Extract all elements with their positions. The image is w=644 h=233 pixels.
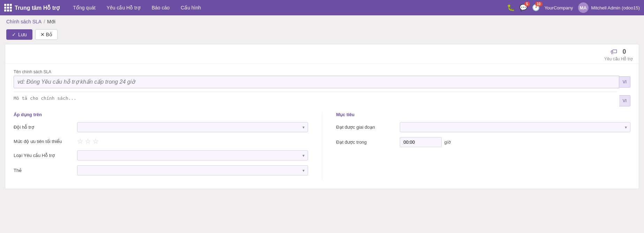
team-label: Đội hỗ trợ — [14, 125, 73, 130]
toolbar: ✓ Lưu ✕ Bỏ — [0, 28, 644, 44]
team-select-wrapper — [77, 122, 308, 132]
priority-field-row: Mức độ ưu tiên tối thiểu ☆ ☆ ☆ — [14, 137, 308, 145]
ticket-count-btn[interactable]: 🏷 0 Yêu cầu Hỗ trợ — [604, 48, 632, 61]
team-field-row: Đội hỗ trợ — [14, 122, 308, 132]
name-input-wrap — [14, 76, 619, 88]
bug-icon: 🐛 — [507, 4, 515, 11]
save-button[interactable]: ✓ Lưu — [6, 29, 32, 40]
reach-in-field: giờ — [400, 137, 631, 147]
priority-label: Mức độ ưu tiên tối thiểu — [14, 139, 73, 144]
discard-button[interactable]: ✕ Bỏ — [35, 29, 58, 40]
card-header: 🏷 0 Yêu cầu Hỗ trợ — [5, 44, 639, 64]
ticket-count-number: 0 — [622, 48, 626, 55]
reach-in-input[interactable] — [400, 137, 442, 147]
ticket-count-label: Yêu cầu Hỗ trợ — [604, 57, 632, 61]
tag-field — [77, 165, 308, 175]
star-2[interactable]: ☆ — [85, 137, 91, 145]
time-unit-label: giờ — [444, 140, 451, 145]
priority-field: ☆ ☆ ☆ — [77, 137, 308, 145]
section-right-title: Mục tiêu — [336, 112, 631, 117]
tag-field-row: Thẻ — [14, 165, 308, 175]
clock-badge: 10 — [535, 2, 542, 6]
name-field-group: Tên chính sách SLA VI — [14, 69, 630, 88]
section-left-title: Áp dụng trên — [14, 112, 308, 117]
reach-in-field-row: Đạt được trong giờ — [336, 137, 631, 147]
main-card: 🏷 0 Yêu cầu Hỗ trợ Tên chính sách SLA VI… — [5, 44, 639, 189]
breadcrumb-separator: / — [44, 19, 45, 24]
stage-label: Đạt được giai đoạn — [336, 125, 396, 130]
top-right-actions: 🐛 💬 5 🕐 10 YourCompany MA Mitchell Admin… — [507, 2, 640, 13]
sections-row: Áp dụng trên Đội hỗ trợ Mức độ ưu tiên t… — [5, 106, 639, 180]
messages-badge: 5 — [524, 2, 530, 6]
name-field-label: Tên chính sách SLA — [14, 69, 630, 74]
section-right: Mục tiêu Đạt được giai đoạn Đạt được tro… — [322, 112, 631, 180]
tag-select[interactable] — [77, 165, 308, 175]
stage-select-wrapper — [400, 122, 631, 132]
bug-icon-btn[interactable]: 🐛 — [507, 4, 515, 12]
star-1[interactable]: ☆ — [77, 137, 83, 145]
top-menu: Tổng quát Yêu cầu Hỗ trợ Báo cáo Cấu hìn… — [68, 3, 507, 13]
app-logo[interactable]: Trung tâm Hỗ trợ — [4, 4, 60, 12]
breadcrumb-current: Mới — [47, 19, 55, 24]
company-name: YourCompany — [545, 5, 573, 10]
team-select[interactable] — [77, 122, 308, 132]
ticket-type-field — [77, 150, 308, 160]
tag-select-wrapper — [77, 165, 308, 175]
clock-btn[interactable]: 🕐 10 — [532, 4, 540, 12]
stage-field-row: Đạt được giai đoạn — [336, 122, 631, 132]
tag-label: Thẻ — [14, 168, 73, 173]
name-input[interactable] — [14, 76, 619, 88]
ticket-type-select[interactable] — [77, 150, 308, 160]
menu-bao-cao[interactable]: Báo cáo — [147, 3, 174, 13]
stage-field — [400, 122, 631, 132]
name-lang-btn[interactable]: VI — [619, 76, 630, 88]
team-field — [77, 122, 308, 132]
ticket-type-label: Loại Yêu cầu Hỗ trợ — [14, 153, 73, 158]
menu-tong-quat[interactable]: Tổng quát — [68, 3, 100, 13]
breadcrumb-parent[interactable]: Chính sách SLA — [6, 19, 42, 24]
menu-yeu-cau[interactable]: Yêu cầu Hỗ trợ — [102, 3, 145, 13]
name-row: VI — [14, 76, 630, 88]
section-left: Áp dụng trên Đội hỗ trợ Mức độ ưu tiên t… — [14, 112, 322, 180]
desc-input[interactable] — [14, 92, 617, 106]
breadcrumb: Chính sách SLA / Mới — [0, 15, 644, 28]
stage-select[interactable] — [400, 122, 631, 132]
menu-cau-hinh[interactable]: Cấu hình — [176, 3, 206, 13]
user-name: Mitchell Admin (odoo15) — [591, 5, 640, 10]
top-navigation: Trung tâm Hỗ trợ Tổng quát Yêu cầu Hỗ tr… — [0, 0, 644, 15]
checkmark-icon: ✓ — [12, 32, 16, 37]
form-area: Tên chính sách SLA VI VI — [5, 64, 639, 106]
messages-btn[interactable]: 💬 5 — [519, 4, 527, 12]
reach-in-label: Đạt được trong — [336, 140, 396, 145]
avatar: MA — [578, 2, 589, 13]
tag-icon: 🏷 — [611, 48, 617, 56]
user-menu[interactable]: MA Mitchell Admin (odoo15) — [578, 2, 640, 13]
priority-stars: ☆ ☆ ☆ — [77, 137, 308, 145]
app-grid-icon — [4, 4, 12, 12]
close-icon: ✕ — [40, 32, 45, 37]
ticket-type-field-row: Loại Yêu cầu Hỗ trợ — [14, 150, 308, 160]
desc-lang-btn[interactable]: VI — [619, 95, 630, 106]
desc-field-group: VI — [14, 92, 630, 106]
app-name: Trung tâm Hỗ trợ — [15, 5, 60, 11]
ticket-type-select-wrapper — [77, 150, 308, 160]
star-3[interactable]: ☆ — [92, 137, 99, 145]
